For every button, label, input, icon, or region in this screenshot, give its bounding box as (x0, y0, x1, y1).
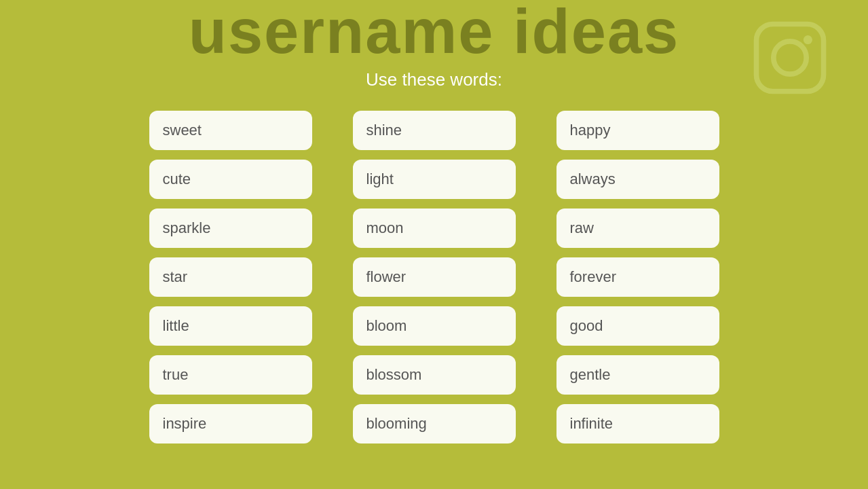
word-card: good (556, 306, 719, 346)
word-card: gentle (556, 355, 719, 395)
word-card: shine (353, 111, 516, 150)
word-card: raw (556, 209, 719, 248)
word-card: star (149, 257, 312, 297)
svg-rect-0 (757, 24, 824, 92)
svg-point-2 (804, 35, 812, 44)
page-container: username ideas Use these words: sweetshi… (0, 0, 868, 489)
subtitle: Use these words: (366, 69, 502, 90)
word-card: happy (556, 111, 719, 150)
title-area: username ideas (0, 0, 868, 62)
word-card: moon (353, 209, 516, 248)
page-title: username ideas (0, 0, 868, 62)
instagram-icon (753, 20, 827, 95)
word-card: light (353, 160, 516, 199)
word-card: sweet (149, 111, 312, 150)
word-card: true (149, 355, 312, 395)
word-card: inspire (149, 404, 312, 443)
svg-point-1 (774, 41, 806, 74)
word-card: forever (556, 257, 719, 297)
word-card: sparkle (149, 209, 312, 248)
word-card: bloom (353, 306, 516, 346)
word-card: flower (353, 257, 516, 297)
words-grid: sweetshinehappycutelightalwayssparklemoo… (149, 111, 719, 443)
word-card: cute (149, 160, 312, 199)
word-card: blossom (353, 355, 516, 395)
word-card: blooming (353, 404, 516, 443)
word-card: little (149, 306, 312, 346)
word-card: always (556, 160, 719, 199)
word-card: infinite (556, 404, 719, 443)
